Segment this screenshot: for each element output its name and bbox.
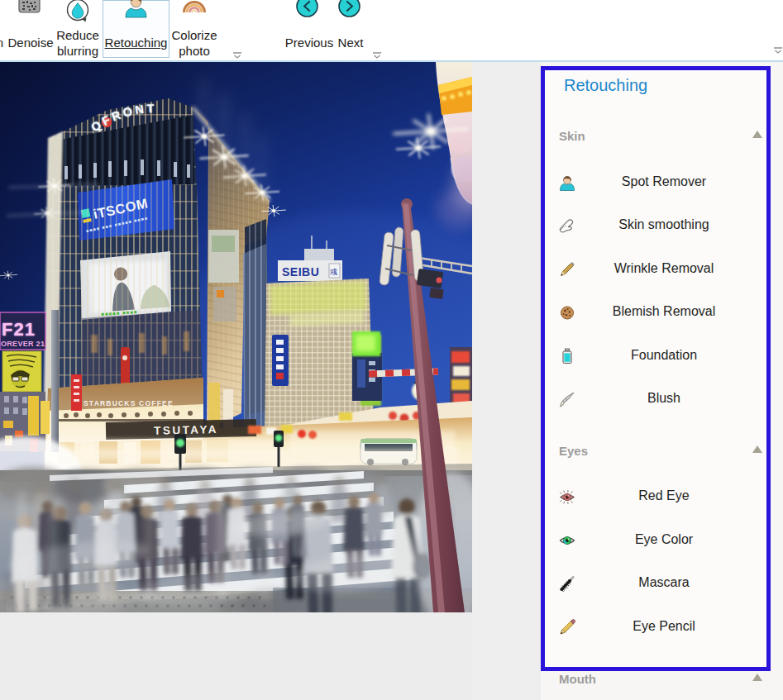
svg-text:TSUTAYA: TSUTAYA — [154, 423, 218, 437]
svg-text:STARBUCKS COFFEE: STARBUCKS COFFEE — [84, 399, 174, 407]
svg-text:SEIBU: SEIBU — [282, 265, 319, 279]
svg-text:OREVER 21: OREVER 21 — [1, 340, 45, 348]
svg-text:彧: 彧 — [330, 268, 337, 276]
svg-text:F21: F21 — [2, 319, 36, 340]
